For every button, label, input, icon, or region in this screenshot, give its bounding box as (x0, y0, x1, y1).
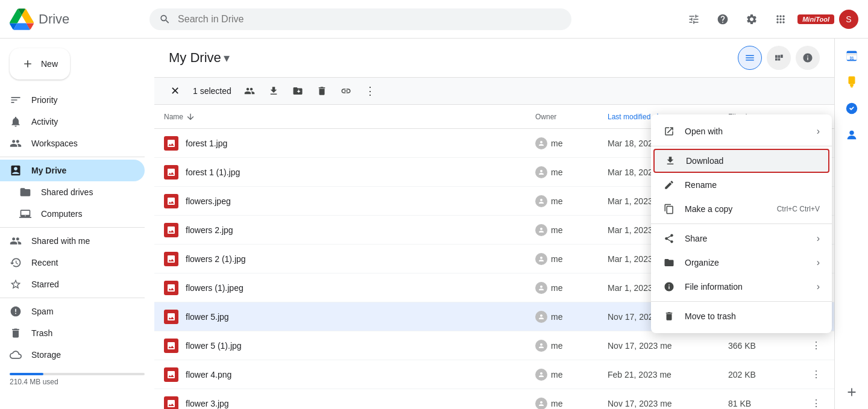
download-icon (664, 155, 676, 167)
keep-icon-right[interactable] (840, 70, 864, 94)
sidebar-item-spam[interactable]: Spam (0, 301, 145, 322)
user-avatar[interactable]: S (839, 10, 858, 29)
new-button-label: New (41, 59, 58, 69)
grid-view-button[interactable] (767, 46, 791, 70)
sidebar-item-workspaces[interactable]: Workspaces (0, 133, 145, 154)
file-owner: me (535, 224, 608, 236)
file-actions: ⋮ (788, 337, 825, 354)
share-toolbar-button[interactable] (239, 80, 260, 102)
deselect-button[interactable]: ✕ (164, 80, 186, 102)
sidebar-item-activity[interactable]: Activity (0, 111, 145, 133)
spam-icon (10, 305, 22, 317)
file-name: forest 1 (1).jpg (186, 167, 240, 177)
search-icon (159, 13, 171, 25)
file-more-button[interactable]: ⋮ (808, 395, 825, 410)
file-type-icon (164, 339, 178, 353)
menu-share[interactable]: Share › (651, 226, 832, 251)
list-view-button[interactable] (738, 46, 762, 70)
sidebar-item-shared-drives[interactable]: Shared drives (0, 181, 145, 203)
sidebar-item-storage[interactable]: Storage (0, 344, 145, 366)
file-type-icon (164, 223, 178, 237)
file-size: 81 KB (728, 399, 788, 408)
owner-name: me (551, 254, 562, 264)
file-name-cell: flowers (1).jpeg (164, 281, 535, 295)
new-button[interactable]: New (10, 48, 70, 80)
sidebar-item-trash-label: Trash (31, 328, 52, 338)
file-more-button[interactable]: ⋮ (808, 337, 825, 354)
search-bar[interactable] (149, 8, 571, 30)
add-app-button[interactable] (840, 380, 864, 404)
file-type-icon (164, 396, 178, 410)
file-more-button[interactable]: ⋮ (808, 366, 825, 383)
menu-rename[interactable]: Rename (651, 173, 832, 197)
menu-download[interactable]: Download (653, 149, 829, 173)
tasks-icon-right[interactable] (840, 96, 864, 120)
table-row[interactable]: flower 3.jpg me Nov 17, 2023 me 81 KB ⋮ (154, 389, 834, 409)
file-date: Nov 17, 2023 me (608, 399, 728, 408)
file-name: flowers.jpeg (186, 196, 231, 206)
table-row[interactable]: flower 5 (1).jpg me Nov 17, 2023 me 366 … (154, 331, 834, 360)
image-file-icon (164, 252, 178, 266)
menu-file-info[interactable]: File information › (651, 275, 832, 299)
owner-name: me (551, 139, 562, 148)
menu-open-with[interactable]: Open with › (651, 119, 832, 143)
move-toolbar-button[interactable] (287, 80, 309, 102)
sidebar-item-priority[interactable]: Priority (0, 89, 145, 111)
file-actions: ⋮ (788, 366, 825, 383)
svg-rect-5 (848, 76, 855, 84)
date-column-label: Last modified (608, 113, 650, 121)
file-type-icon (164, 281, 178, 295)
calendar-icon-right[interactable]: 31 (840, 43, 864, 67)
menu-organize[interactable]: Organize › (651, 251, 832, 275)
computers-icon (19, 208, 31, 220)
rename-icon (663, 179, 675, 191)
download-toolbar-button[interactable] (263, 80, 285, 102)
info-button[interactable] (796, 46, 820, 70)
breadcrumb-arrow[interactable]: ▾ (224, 51, 230, 65)
sidebar-item-trash[interactable]: Trash (0, 322, 145, 344)
link-toolbar-button[interactable] (335, 80, 357, 102)
image-file-icon (164, 165, 178, 180)
apps-button[interactable] (769, 7, 793, 31)
sidebar-item-recent[interactable]: Recent (0, 252, 145, 273)
file-type-icon (164, 310, 178, 324)
open-with-icon (663, 125, 675, 137)
file-type-icon (164, 136, 178, 151)
table-row[interactable]: flower 4.png me Feb 21, 2023 me 202 KB ⋮ (154, 360, 834, 389)
header-right: MiniTool S (682, 7, 858, 31)
main-header: My Drive ▾ (154, 39, 834, 78)
search-input[interactable] (178, 14, 562, 25)
owner-name: me (551, 312, 562, 322)
file-name-cell: flower 5.jpg (164, 310, 535, 324)
menu-make-copy[interactable]: Make a copy Ctrl+C Ctrl+V (651, 197, 832, 221)
sidebar-item-starred[interactable]: Starred (0, 273, 145, 295)
filter-button[interactable] (682, 7, 706, 31)
file-date: Nov 17, 2023 me (608, 341, 728, 351)
sidebar-item-starred-label: Starred (31, 279, 59, 289)
name-column-header[interactable]: Name (164, 112, 535, 122)
delete-toolbar-button[interactable] (311, 80, 333, 102)
menu-open-with-label: Open with (685, 126, 723, 136)
copy-shortcut: Ctrl+C Ctrl+V (777, 205, 820, 213)
file-type-icon (164, 252, 178, 266)
copy-icon (663, 203, 675, 215)
owner-avatar (535, 195, 547, 207)
contacts-icon-right[interactable] (840, 123, 864, 147)
image-file-icon (164, 194, 178, 208)
menu-move-to-trash[interactable]: Move to trash (651, 304, 832, 328)
sidebar-item-shared-drives-label: Shared drives (41, 187, 93, 197)
sidebar-item-shared-with-me[interactable]: Shared with me (0, 230, 145, 252)
sidebar-item-priority-label: Priority (31, 95, 58, 105)
settings-button[interactable] (740, 7, 764, 31)
logo-area: Drive (10, 7, 142, 31)
help-button[interactable] (711, 7, 735, 31)
storage-icon (10, 349, 22, 361)
sidebar-item-my-drive[interactable]: My Drive (0, 160, 145, 181)
more-toolbar-button[interactable]: ⋮ (359, 80, 381, 102)
name-column-label: Name (164, 113, 183, 121)
owner-avatar (535, 282, 547, 294)
sidebar-item-computers[interactable]: Computers (0, 203, 145, 225)
file-name: forest 1.jpg (186, 139, 227, 148)
trash-menu-icon (663, 310, 675, 322)
file-type-icon (164, 194, 178, 208)
